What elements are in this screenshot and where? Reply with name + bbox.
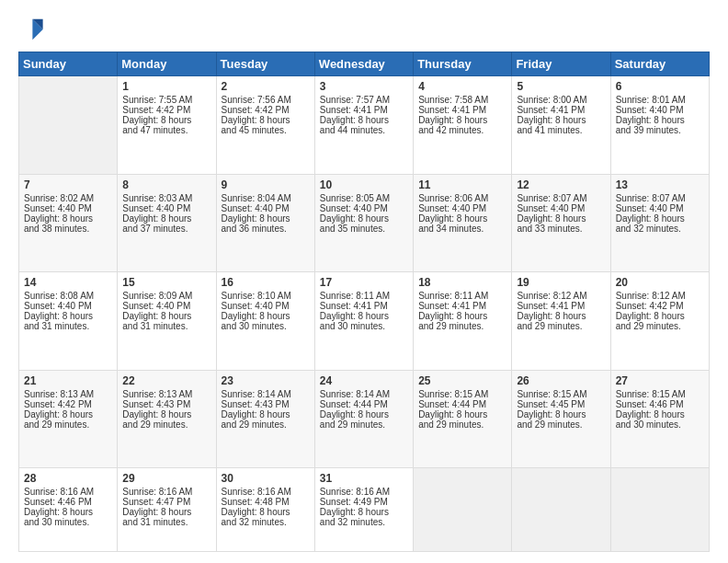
table-row: 27Sunrise: 8:15 AMSunset: 4:46 PMDayligh… [610, 370, 709, 468]
cell-content: and 36 minutes. [222, 224, 310, 234]
cell-content: Sunrise: 8:14 AM [222, 389, 310, 399]
cell-content: Sunrise: 8:16 AM [222, 487, 310, 497]
cell-content: Sunrise: 8:11 AM [418, 291, 506, 301]
table-row: 28Sunrise: 8:16 AMSunset: 4:46 PMDayligh… [19, 468, 118, 552]
day-number: 20 [616, 276, 704, 289]
day-number: 21 [24, 374, 112, 387]
day-number: 2 [222, 80, 310, 93]
day-number: 29 [122, 472, 210, 485]
cell-content: Daylight: 8 hours [222, 507, 310, 517]
cell-content: Daylight: 8 hours [320, 311, 408, 321]
table-row: 13Sunrise: 8:07 AMSunset: 4:40 PMDayligh… [610, 174, 709, 272]
day-number: 15 [122, 276, 210, 289]
calendar-header-tuesday: Tuesday [216, 52, 314, 76]
cell-content: Daylight: 8 hours [517, 409, 605, 419]
cell-content: Daylight: 8 hours [222, 409, 310, 419]
table-row: 1Sunrise: 7:55 AMSunset: 4:42 PMDaylight… [118, 76, 216, 175]
cell-content: Sunrise: 8:06 AM [418, 193, 506, 203]
cell-content: Daylight: 8 hours [320, 213, 408, 224]
cell-content: Sunset: 4:42 PM [222, 105, 310, 115]
cell-content: Sunrise: 7:57 AM [320, 95, 408, 105]
cell-content: and 33 minutes. [517, 224, 605, 234]
cell-content: Sunrise: 7:58 AM [418, 95, 506, 105]
table-row: 17Sunrise: 8:11 AMSunset: 4:41 PMDayligh… [314, 272, 413, 371]
cell-content: Daylight: 8 hours [517, 213, 605, 224]
cell-content: Daylight: 8 hours [418, 409, 506, 419]
day-number: 9 [222, 178, 310, 191]
cell-content: Sunrise: 8:12 AM [616, 291, 704, 301]
day-number: 18 [418, 276, 506, 289]
table-row: 18Sunrise: 8:11 AMSunset: 4:41 PMDayligh… [414, 272, 512, 371]
cell-content: Sunrise: 8:16 AM [122, 487, 210, 497]
cell-content: Sunrise: 8:07 AM [616, 193, 704, 203]
calendar-header-friday: Friday [512, 52, 610, 76]
table-row: 31Sunrise: 8:16 AMSunset: 4:49 PMDayligh… [314, 468, 413, 552]
cell-content: and 34 minutes. [418, 224, 506, 234]
cell-content: Sunrise: 8:10 AM [222, 291, 310, 301]
cell-content: Daylight: 8 hours [418, 311, 506, 321]
cell-content: Sunset: 4:40 PM [122, 301, 210, 311]
day-number: 3 [320, 80, 408, 93]
table-row: 10Sunrise: 8:05 AMSunset: 4:40 PMDayligh… [314, 174, 413, 272]
day-number: 4 [418, 80, 506, 93]
cell-content: Sunrise: 8:15 AM [616, 389, 704, 399]
cell-content: Sunrise: 8:13 AM [122, 389, 210, 399]
cell-content: Sunset: 4:42 PM [24, 399, 112, 409]
day-number: 26 [517, 374, 605, 387]
cell-content: Sunrise: 8:12 AM [517, 291, 605, 301]
table-row: 16Sunrise: 8:10 AMSunset: 4:40 PMDayligh… [216, 272, 314, 371]
cell-content: Sunrise: 7:55 AM [122, 95, 210, 105]
table-row: 30Sunrise: 8:16 AMSunset: 4:48 PMDayligh… [216, 468, 314, 552]
cell-content: Daylight: 8 hours [222, 115, 310, 125]
cell-content: Sunset: 4:41 PM [418, 105, 506, 115]
cell-content: and 39 minutes. [616, 125, 704, 135]
cell-content: Sunset: 4:40 PM [24, 301, 112, 311]
cell-content: and 44 minutes. [320, 125, 408, 135]
cell-content: Sunset: 4:49 PM [320, 497, 408, 507]
calendar-week-row: 1Sunrise: 7:55 AMSunset: 4:42 PMDaylight… [19, 76, 710, 175]
cell-content: and 29 minutes. [418, 321, 506, 331]
cell-content: and 29 minutes. [122, 419, 210, 430]
cell-content: Sunrise: 8:16 AM [24, 487, 112, 497]
cell-content: and 29 minutes. [222, 419, 310, 430]
cell-content: and 45 minutes. [222, 125, 310, 135]
day-number: 8 [122, 178, 210, 191]
cell-content: Daylight: 8 hours [616, 311, 704, 321]
table-row [19, 76, 118, 175]
calendar-week-row: 28Sunrise: 8:16 AMSunset: 4:46 PMDayligh… [19, 468, 710, 552]
cell-content: Sunrise: 8:15 AM [517, 389, 605, 399]
cell-content: Daylight: 8 hours [320, 115, 408, 125]
cell-content: Sunrise: 8:03 AM [122, 193, 210, 203]
cell-content: Sunset: 4:40 PM [122, 203, 210, 213]
cell-content: Daylight: 8 hours [320, 409, 408, 419]
cell-content: and 29 minutes. [517, 419, 605, 430]
cell-content: and 31 minutes. [24, 321, 112, 331]
day-number: 14 [24, 276, 112, 289]
day-number: 24 [320, 374, 408, 387]
calendar-header-wednesday: Wednesday [314, 52, 413, 76]
table-row: 15Sunrise: 8:09 AMSunset: 4:40 PMDayligh… [118, 272, 216, 371]
cell-content: Daylight: 8 hours [616, 213, 704, 224]
cell-content: and 29 minutes. [616, 321, 704, 331]
logo-icon [18, 17, 44, 42]
cell-content: Sunset: 4:48 PM [222, 497, 310, 507]
day-number: 17 [320, 276, 408, 289]
cell-content: Sunset: 4:41 PM [517, 301, 605, 311]
day-number: 7 [24, 178, 112, 191]
table-row: 11Sunrise: 8:06 AMSunset: 4:40 PMDayligh… [414, 174, 512, 272]
table-row: 3Sunrise: 7:57 AMSunset: 4:41 PMDaylight… [314, 76, 413, 175]
table-row: 6Sunrise: 8:01 AMSunset: 4:40 PMDaylight… [610, 76, 709, 175]
table-row: 2Sunrise: 7:56 AMSunset: 4:42 PMDaylight… [216, 76, 314, 175]
day-number: 22 [122, 374, 210, 387]
cell-content: Sunset: 4:40 PM [222, 203, 310, 213]
cell-content: Sunrise: 8:11 AM [320, 291, 408, 301]
cell-content: and 30 minutes. [222, 321, 310, 331]
cell-content: Sunset: 4:46 PM [616, 399, 704, 409]
cell-content: Daylight: 8 hours [418, 115, 506, 125]
table-row: 24Sunrise: 8:14 AMSunset: 4:44 PMDayligh… [314, 370, 413, 468]
day-number: 16 [222, 276, 310, 289]
day-number: 30 [222, 472, 310, 485]
calendar-header-monday: Monday [118, 52, 216, 76]
cell-content: Sunset: 4:40 PM [517, 203, 605, 213]
table-row: 25Sunrise: 8:15 AMSunset: 4:44 PMDayligh… [414, 370, 512, 468]
